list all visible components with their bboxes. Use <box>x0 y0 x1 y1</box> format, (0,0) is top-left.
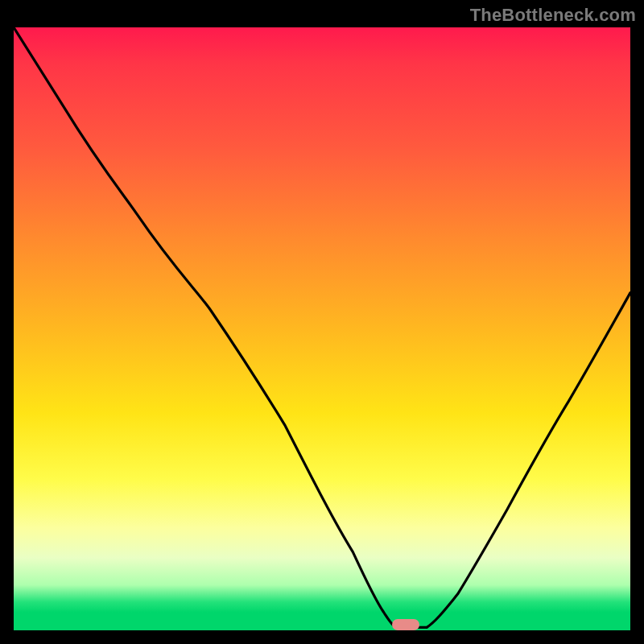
optimum-marker <box>392 619 419 630</box>
curve-path <box>14 27 630 627</box>
bottleneck-curve <box>14 27 630 630</box>
chart-frame: TheBottleneck.com <box>0 0 644 644</box>
attribution-text: TheBottleneck.com <box>470 5 636 26</box>
plot-area <box>14 27 630 630</box>
